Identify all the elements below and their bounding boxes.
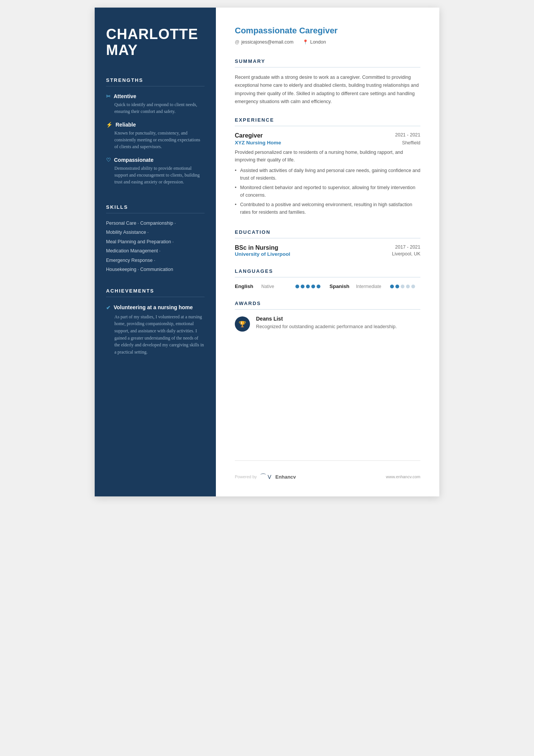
achievements-section: ACHIEVEMENTS ✔ Volunteering at a nursing… — [106, 288, 205, 361]
edu-institution-row: University of Liverpool Liverpool, UK — [235, 251, 420, 257]
exp-dates: 2021 - 2021 — [395, 132, 420, 138]
exp-location: Sheffield — [402, 140, 420, 146]
strength-attentive-desc: Quick to identify and respond to client … — [106, 101, 205, 115]
dot-es-1 — [390, 285, 394, 288]
summary-divider — [235, 67, 420, 67]
exp-bullets-list: Assisted with activities of daily living… — [235, 167, 420, 216]
exp-bullet-2: Monitored client behavior and reported t… — [235, 184, 420, 199]
lang-english-level: Native — [261, 284, 292, 289]
strength-compassionate: ♡ Compassionate Demonstrated ability to … — [106, 157, 205, 185]
skill-6: Housekeeping · Communication — [106, 266, 205, 273]
languages-row: English Native Spanish Intermediate — [235, 283, 420, 289]
achievement-1-desc: As part of my studies, I volunteered at … — [106, 313, 205, 356]
strength-reliable-name: Reliable — [116, 122, 136, 128]
trophy-icon: 🏆 — [239, 321, 246, 328]
dot-en-5 — [317, 285, 320, 288]
award-icon-wrap: 🏆 — [235, 316, 250, 332]
header-section: Compassionate Caregiver @ jessicajones@e… — [235, 26, 420, 45]
strength-reliable-desc: Known for punctuality, consistency, and … — [106, 130, 205, 150]
contact-row: @ jessicajones@email.com 📍 London — [235, 39, 420, 45]
strengths-title: STRENGTHS — [106, 77, 205, 83]
exp-role-title: Caregiver — [235, 132, 263, 139]
skills-section: SKILLS Personal Care · Companionship · M… — [106, 204, 205, 276]
awards-section: AWARDS 🏆 Deans List Recognized for outst… — [235, 301, 420, 332]
full-name: CHARLOTTE MAY — [106, 27, 205, 58]
dot-en-4 — [311, 285, 315, 288]
summary-section: SUMMARY Recent graduate with a strong de… — [235, 58, 420, 106]
reliable-icon: ⚡ — [106, 122, 112, 128]
experience-divider — [235, 126, 420, 126]
email-icon: @ — [235, 39, 239, 45]
exp-bullet-1: Assisted with activities of daily living… — [235, 167, 420, 182]
brand-name: Enhancv — [275, 474, 296, 480]
footer-left: Powered by ⌒∨ Enhancv — [235, 472, 296, 481]
exp-company-name: XYZ Nursing Home — [235, 140, 281, 146]
skill-2: Mobility Assistance · — [106, 229, 205, 236]
job-title: Compassionate Caregiver — [235, 26, 420, 36]
skill-4: Medication Management · — [106, 248, 205, 255]
education-title: EDUCATION — [235, 229, 420, 235]
strength-attentive: ✂ Attentive Quick to identify and respon… — [106, 93, 205, 115]
exp-description: Provided personalized care to residents … — [235, 149, 420, 164]
dot-es-5 — [411, 285, 415, 288]
skill-5: Emergency Response · — [106, 257, 205, 264]
location-value: London — [310, 39, 326, 45]
dot-es-4 — [406, 285, 410, 288]
edu-degree-header: BSc in Nursing 2017 - 2021 — [235, 244, 420, 251]
email-value: jessicajones@email.com — [241, 39, 294, 45]
email-contact: @ jessicajones@email.com — [235, 39, 294, 45]
education-divider — [235, 238, 420, 238]
lang-english-dots — [295, 285, 320, 288]
exp-bullet-3: Contributed to a positive and welcoming … — [235, 201, 420, 216]
skills-divider — [106, 213, 205, 213]
award-title-text: Deans List — [256, 316, 397, 322]
lang-english: English Native — [235, 283, 320, 289]
languages-divider — [235, 277, 420, 277]
powered-by-label: Powered by — [235, 474, 257, 479]
footer-website: www.enhancv.com — [386, 474, 420, 479]
location-contact: 📍 London — [303, 39, 326, 45]
attentive-icon: ✂ — [106, 93, 111, 99]
experience-title: EXPERIENCE — [235, 117, 420, 123]
brand-logo-icon: ⌒∨ — [260, 472, 272, 481]
award-desc-text: Recognized for outstanding academic perf… — [256, 323, 397, 330]
exp-company-row: XYZ Nursing Home Sheffield — [235, 140, 420, 146]
edu-degree-title: BSc in Nursing — [235, 244, 278, 251]
summary-text: Recent graduate with a strong desire to … — [235, 74, 420, 106]
footer: Powered by ⌒∨ Enhancv www.enhancv.com — [235, 460, 420, 481]
edu-location: Liverpool, UK — [392, 251, 420, 257]
lang-spanish-dots — [390, 285, 415, 288]
achievements-title: ACHIEVEMENTS — [106, 288, 205, 294]
achievement-check-icon: ✔ — [106, 304, 111, 311]
award-content: Deans List Recognized for outstanding ac… — [256, 316, 397, 330]
sidebar: CHARLOTTE MAY STRENGTHS ✂ Attentive Quic… — [95, 8, 216, 496]
lang-english-name: English — [235, 283, 258, 289]
compassionate-icon: ♡ — [106, 157, 111, 163]
edu-institution-name: University of Liverpool — [235, 251, 290, 257]
achievements-divider — [106, 297, 205, 297]
achievement-1: ✔ Volunteering at a nursing home As part… — [106, 304, 205, 356]
dot-en-1 — [295, 285, 299, 288]
languages-section: LANGUAGES English Native Spanish — [235, 268, 420, 289]
name-block: CHARLOTTE MAY — [106, 27, 205, 58]
languages-title: LANGUAGES — [235, 268, 420, 274]
dot-en-2 — [301, 285, 304, 288]
strength-compassionate-name: Compassionate — [114, 157, 153, 163]
dot-es-2 — [395, 285, 399, 288]
skills-title: SKILLS — [106, 204, 205, 210]
resume-container: CHARLOTTE MAY STRENGTHS ✂ Attentive Quic… — [95, 8, 439, 496]
strengths-divider — [106, 86, 205, 86]
achievement-1-title: Volunteering at a nursing home — [114, 304, 193, 311]
location-icon: 📍 — [303, 39, 308, 45]
dot-es-3 — [401, 285, 404, 288]
exp-role-header: Caregiver 2021 - 2021 — [235, 132, 420, 139]
lang-spanish: Spanish Intermediate — [329, 283, 415, 289]
lang-spanish-level: Intermediate — [356, 284, 386, 289]
award-1: 🏆 Deans List Recognized for outstanding … — [235, 316, 420, 332]
strength-compassionate-desc: Demonstrated ability to provide emotiona… — [106, 165, 205, 185]
strength-reliable: ⚡ Reliable Known for punctuality, consis… — [106, 122, 205, 150]
awards-divider — [235, 309, 420, 310]
education-section: EDUCATION BSc in Nursing 2017 - 2021 Uni… — [235, 229, 420, 257]
strengths-section: STRENGTHS ✂ Attentive Quick to identify … — [106, 77, 205, 192]
edu-dates: 2017 - 2021 — [395, 244, 420, 250]
